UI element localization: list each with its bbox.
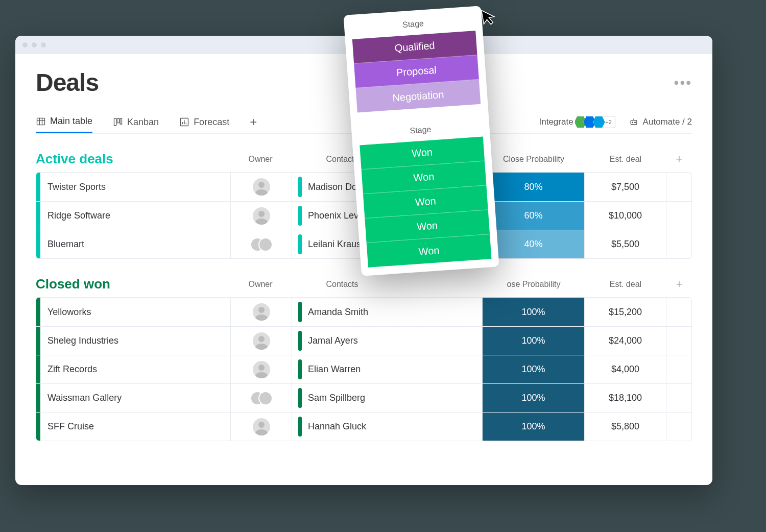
spacer-cell	[394, 413, 482, 441]
column-header-est-deal[interactable]: Est. deal	[585, 280, 666, 289]
svg-point-16	[255, 189, 268, 196]
group-title[interactable]: Closed won	[36, 276, 230, 292]
probability-cell[interactable]: 100%	[482, 298, 584, 326]
more-menu-icon[interactable]: •••	[674, 75, 692, 91]
table-row[interactable]: Waissman GallerySam Spillberg100%$18,100	[36, 383, 691, 412]
est-deal-cell[interactable]: $10,000	[584, 202, 666, 230]
est-deal-cell[interactable]: $15,200	[584, 298, 666, 326]
svg-point-15	[258, 182, 265, 188]
integrate-button[interactable]: Integrate +2	[539, 116, 615, 128]
row-end-cell	[666, 230, 691, 258]
est-deal-cell[interactable]: $7,500	[584, 173, 666, 201]
probability-cell[interactable]: 100%	[482, 384, 584, 412]
popup-stage-label: Stage	[351, 15, 475, 33]
column-header-est-deal[interactable]: Est. deal	[585, 155, 666, 164]
spacer-cell	[394, 327, 482, 355]
owner-cell[interactable]	[230, 413, 292, 441]
deal-name-cell[interactable]: Yelloworks	[36, 298, 230, 326]
est-deal-cell[interactable]: $5,800	[584, 413, 666, 441]
probability-cell[interactable]: 100%	[482, 413, 584, 441]
deal-name-cell[interactable]: Ridge Software	[36, 202, 230, 230]
svg-point-20	[255, 315, 268, 321]
svg-rect-0	[37, 118, 45, 125]
table-row[interactable]: YelloworksAmanda Smith100%$15,200	[36, 298, 691, 326]
spacer-cell	[394, 298, 482, 326]
column-header-probability[interactable]: Close Probability	[483, 155, 585, 164]
contact-name: Amanda Smith	[308, 307, 368, 318]
owner-avatar[interactable]	[253, 361, 270, 378]
column-header-probability[interactable]: ose Probability	[483, 280, 585, 289]
column-header-owner[interactable]: Owner	[230, 155, 291, 164]
owner-avatar[interactable]	[253, 332, 270, 350]
svg-point-22	[255, 344, 268, 350]
est-deal-cell[interactable]: $24,000	[584, 327, 666, 355]
row-end-cell	[666, 384, 691, 412]
est-deal-cell[interactable]: $5,500	[584, 230, 666, 258]
add-column-button[interactable]: +	[666, 153, 692, 166]
row-end-cell	[666, 202, 691, 230]
est-deal-cell[interactable]: $18,100	[584, 384, 666, 412]
contact-cell[interactable]: Jamal Ayers	[292, 327, 394, 355]
group-title[interactable]: Active deals	[36, 151, 230, 167]
automate-label: Automate / 2	[643, 117, 692, 127]
contact-cell[interactable]: Amanda Smith	[292, 298, 394, 326]
owner-avatar[interactable]	[253, 207, 270, 225]
tab-kanban[interactable]: Kanban	[113, 112, 159, 133]
est-deal-cell[interactable]: $4,000	[584, 355, 666, 383]
add-view-button[interactable]: +	[250, 115, 257, 129]
owner-cell[interactable]	[230, 298, 292, 326]
probability-cell[interactable]: 100%	[482, 327, 584, 355]
svg-rect-5	[117, 118, 119, 123]
svg-point-21	[258, 336, 265, 342]
row-end-cell	[666, 327, 691, 355]
deal-name-cell[interactable]: Zift Records	[36, 355, 230, 383]
svg-point-17	[258, 211, 265, 217]
deal-name-cell[interactable]: Sheleg Industries	[36, 327, 230, 355]
deal-name-cell[interactable]: Twister Sports	[36, 173, 230, 201]
svg-point-13	[634, 122, 635, 123]
svg-point-24	[255, 372, 268, 378]
tab-forecast[interactable]: Forecast	[179, 112, 229, 133]
contact-cell[interactable]: Elian Warren	[292, 355, 394, 383]
tab-label: Forecast	[194, 117, 229, 128]
owner-cell[interactable]	[230, 327, 292, 355]
owner-avatar-duo[interactable]	[250, 236, 273, 253]
column-header-contacts[interactable]: Contacts	[291, 280, 393, 289]
deal-name-cell[interactable]: Bluemart	[36, 230, 230, 258]
deal-name-cell[interactable]: Waissman Gallery	[36, 384, 230, 412]
chart-icon	[179, 117, 189, 127]
table-row[interactable]: SFF CruiseHannah Gluck100%$5,800	[36, 412, 691, 441]
owner-cell[interactable]	[230, 230, 292, 258]
contact-cell[interactable]: Sam Spillberg	[292, 384, 394, 412]
owner-avatar[interactable]	[253, 178, 270, 196]
add-column-button[interactable]: +	[666, 278, 692, 291]
owner-cell[interactable]	[230, 384, 292, 412]
owner-cell[interactable]	[230, 202, 292, 230]
svg-rect-4	[114, 118, 116, 125]
table-row[interactable]: Sheleg IndustriesJamal Ayers100%$24,000	[36, 326, 691, 355]
contact-name: Sam Spillberg	[308, 393, 365, 403]
owner-avatar[interactable]	[253, 418, 270, 436]
column-header-owner[interactable]: Owner	[230, 280, 291, 289]
probability-cell[interactable]: 80%	[482, 173, 584, 201]
page-title: Deals	[36, 68, 99, 96]
owner-avatar-duo[interactable]	[250, 390, 273, 407]
probability-cell[interactable]: 60%	[482, 202, 584, 230]
stage-popup: Stage QualifiedProposalNegotiation Stage…	[343, 6, 499, 276]
owner-cell[interactable]	[230, 355, 292, 383]
cursor-icon	[478, 6, 500, 32]
contact-status-bar	[298, 206, 302, 226]
contact-status-bar	[298, 302, 302, 322]
table-row[interactable]: Zift RecordsElian Warren100%$4,000	[36, 355, 691, 383]
svg-point-23	[258, 365, 265, 371]
owner-avatar[interactable]	[253, 303, 270, 321]
automate-button[interactable]: Automate / 2	[629, 117, 692, 127]
owner-cell[interactable]	[230, 173, 292, 201]
contact-status-bar	[298, 234, 302, 254]
tab-label: Kanban	[127, 117, 159, 128]
tab-main-table[interactable]: Main table	[36, 111, 92, 133]
spacer-cell	[394, 384, 482, 412]
contact-cell[interactable]: Hannah Gluck	[292, 413, 394, 441]
probability-cell[interactable]: 100%	[482, 355, 584, 383]
deal-name-cell[interactable]: SFF Cruise	[36, 413, 230, 441]
